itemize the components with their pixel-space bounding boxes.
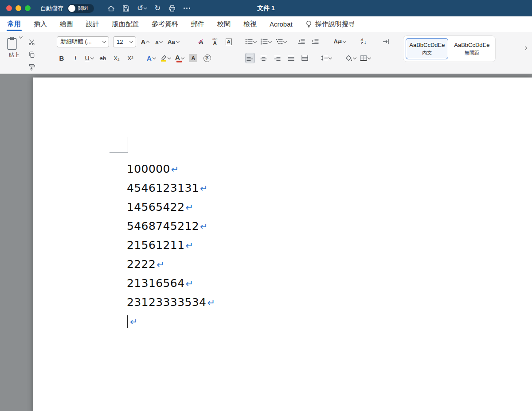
chevron-down-icon [181,55,184,59]
shrink-font-button[interactable]: A [154,36,164,47]
autosave-state: 關閉 [78,5,88,12]
change-case-button[interactable]: Aa [168,36,179,47]
paste-label: 貼上 [9,51,20,59]
close-window-button[interactable] [6,5,12,11]
decrease-indent-button[interactable] [297,36,306,47]
style-no-spacing[interactable]: AaBbCcDdEe 無間距 [450,38,493,59]
character-border-button[interactable]: A [224,36,234,47]
text-line[interactable]: 21561211 ↵ [127,236,215,255]
align-right-button[interactable] [273,53,282,63]
subscript-button[interactable]: X₂ [112,53,121,63]
text-line[interactable]: 4546123131 ↵ [127,178,215,198]
text-line[interactable]: 5468745212 ↵ [127,217,215,236]
bold-button[interactable]: B [57,53,66,63]
tab-view[interactable]: 檢視 [243,16,257,32]
autosave-toggle[interactable]: 關閉 [67,4,94,13]
distribute-icon [301,55,308,61]
increase-indent-button[interactable] [310,36,320,47]
text-cursor [127,315,128,328]
text-line[interactable]: 100000 ↵ [127,159,215,178]
enclose-characters-button[interactable]: 字 [202,53,212,63]
style-body-text[interactable]: AaBbCcDdEe 內文 [406,38,448,59]
asian-layout-button[interactable]: A⇄ [334,36,346,47]
line-text: 2222 [127,258,156,271]
paragraph-mark-icon [383,39,390,45]
styles-more-icon[interactable] [524,46,527,50]
style-sample: AaBbCcDdEe [454,42,489,48]
superscript-button[interactable]: X² [125,53,135,63]
outdent-icon [298,39,305,45]
more-options-button[interactable] [184,8,190,9]
underline-button[interactable]: U [84,53,94,63]
align-center-icon [260,55,267,61]
text-line[interactable]: 23123333534 ↵ [127,293,215,312]
distribute-text-button[interactable] [300,53,310,63]
font-color-button[interactable]: A [175,53,184,63]
document-page[interactable]: 100000 ↵ 4546123131 ↵ 14565422 ↵ 5468745… [33,78,532,411]
paste-button[interactable]: 貼上 [6,36,22,72]
shading-button[interactable] [345,53,356,63]
tab-design[interactable]: 設計 [86,16,99,32]
justify-button[interactable] [286,53,296,63]
character-shading-button[interactable]: A [188,53,198,63]
home-button[interactable] [107,5,115,12]
undo-button[interactable]: ↺ [137,4,147,12]
cut-button[interactable] [27,37,36,47]
chevron-down-icon [268,39,271,43]
text-line[interactable]: 14565422 ↵ [127,198,215,217]
tab-references[interactable]: 參考資料 [152,16,178,32]
sort-button[interactable]: A Z ↓ [359,36,368,47]
show-formatting-marks-button[interactable] [381,36,391,47]
zoom-window-button[interactable] [25,5,31,11]
autosave-control[interactable]: 自動儲存 關閉 [40,4,94,13]
tab-draw[interactable]: 繪圖 [60,16,73,32]
line-text: 4546123131 [127,182,199,194]
phonetic-guide-button[interactable]: abc A [210,36,220,47]
tab-insert[interactable]: 插入 [34,16,47,32]
italic-button[interactable]: I [70,53,80,63]
scissors-icon [28,39,35,46]
highlight-button[interactable] [160,53,171,63]
print-button[interactable] [168,5,176,12]
text-line[interactable]: 2222 ↵ [127,255,215,274]
multilevel-list-button[interactable] [275,36,286,47]
sort-az-icon: A Z ↓ [361,38,367,45]
format-painter-button[interactable] [27,62,36,72]
chevron-down-icon [176,39,179,43]
align-center-button[interactable] [259,53,269,63]
font-size-combo[interactable]: 12 [113,36,136,47]
clipboard-group: 貼上 [6,36,51,72]
tab-review[interactable]: 校閱 [217,16,231,32]
autosave-label: 自動儲存 [40,4,63,12]
text-effects-button[interactable]: A [146,53,156,63]
line-spacing-button[interactable] [321,53,332,63]
chevron-down-icon [352,55,356,59]
tab-home[interactable]: 常用 [8,16,21,32]
styles-gallery: AaBbCcDdEe 內文 AaBbCcDdEe 無間距 [403,36,495,62]
tab-layout[interactable]: 版面配置 [112,16,139,32]
clear-formatting-button[interactable]: A [196,36,206,47]
font-name-value: 新細明體 (... [60,38,92,46]
paragraph-return-mark: ↵ [185,202,193,213]
tab-mailings[interactable]: 郵件 [191,16,204,32]
format-painter-icon [28,64,35,70]
numbering-button[interactable] [260,36,271,47]
font-name-combo[interactable]: 新細明體 (... [57,36,109,47]
copy-button[interactable] [27,49,36,60]
ribbon-tab-bar: 常用 插入 繪圖 設計 版面配置 參考資料 郵件 校閱 檢視 Acrobat 操… [0,16,532,32]
redo-button[interactable]: ↻ [154,4,160,12]
save-button[interactable] [122,5,129,12]
document-text[interactable]: 100000 ↵ 4546123131 ↵ 14565422 ↵ 5468745… [127,159,215,331]
text-line-empty[interactable]: ↵ [127,312,215,331]
tab-acrobat[interactable]: Acrobat [270,16,293,32]
tell-me-search[interactable]: 操作說明搜尋 [305,20,355,28]
strikethrough-button[interactable]: ab [98,53,108,63]
align-left-button[interactable] [245,53,255,63]
minimize-window-button[interactable] [16,5,21,11]
chevron-down-icon [102,39,106,43]
grow-font-button[interactable]: A [140,36,150,47]
text-line[interactable]: 21316564 ↵ [127,274,215,293]
borders-button[interactable] [360,53,371,63]
bullets-button[interactable] [245,36,256,47]
font-color-bar-icon [176,61,182,62]
